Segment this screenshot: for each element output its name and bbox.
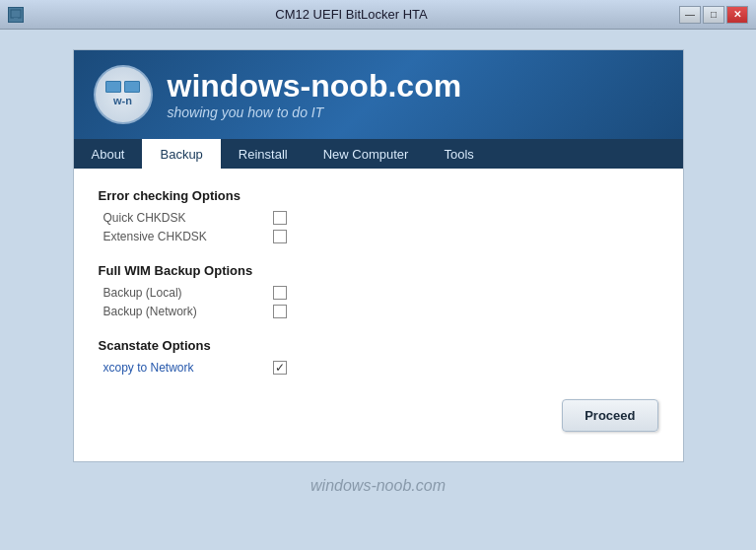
extensive-chkdsk-row: Extensive CHKDSK (99, 230, 658, 243)
logo-text: w-n (113, 95, 132, 106)
xcopy-network-row: xcopy to Network (99, 361, 658, 375)
backup-local-checkbox-container (273, 286, 287, 300)
backup-network-checkbox[interactable] (273, 305, 287, 318)
window-title: CM12 UEFI BitLocker HTA (24, 7, 679, 22)
tab-new-computer[interactable]: New Computer (306, 139, 427, 169)
banner: w-n windows-noob.com showing you how to … (74, 50, 683, 139)
xcopy-network-checkbox-container (273, 361, 287, 375)
tab-reinstall[interactable]: Reinstall (221, 139, 306, 169)
backup-local-checkbox[interactable] (273, 286, 287, 300)
banner-subtitle: showing you how to do IT (168, 104, 462, 120)
minimize-button[interactable]: — (679, 6, 701, 24)
site-name: windows-noob.com (168, 69, 462, 103)
main-panel: w-n windows-noob.com showing you how to … (73, 49, 684, 462)
quick-chkdsk-checkbox-container (273, 211, 287, 225)
quick-chkdsk-checkbox[interactable] (273, 211, 287, 225)
error-checking-section: Error checking Options Quick CHKDSK Exte… (99, 188, 658, 243)
quick-chkdsk-label: Quick CHKDSK (103, 211, 261, 225)
logo: w-n (105, 81, 140, 107)
maximize-button[interactable]: □ (703, 6, 724, 24)
content-area: Error checking Options Quick CHKDSK Exte… (74, 169, 683, 461)
proceed-button[interactable]: Proceed (562, 399, 657, 432)
button-row: Proceed (99, 394, 658, 442)
window-body: w-n windows-noob.com showing you how to … (0, 30, 756, 550)
scanstate-section: Scanstate Options xcopy to Network (99, 338, 658, 375)
extensive-chkdsk-checkbox[interactable] (273, 230, 287, 243)
scanstate-title: Scanstate Options (99, 338, 658, 353)
backup-local-row: Backup (Local) (99, 286, 658, 300)
wim-backup-section: Full WIM Backup Options Backup (Local) B… (99, 263, 658, 318)
wim-backup-title: Full WIM Backup Options (99, 263, 658, 278)
title-bar: CM12 UEFI BitLocker HTA — □ ✕ (0, 0, 756, 30)
extensive-chkdsk-label: Extensive CHKDSK (103, 230, 261, 243)
app-icon (8, 7, 24, 23)
backup-network-row: Backup (Network) (99, 305, 658, 318)
svg-rect-1 (14, 18, 18, 20)
footer-watermark: windows-noob.com (310, 477, 446, 495)
logo-icons (105, 81, 140, 93)
extensive-chkdsk-checkbox-container (273, 230, 287, 243)
xcopy-network-label: xcopy to Network (103, 361, 261, 375)
tab-about[interactable]: About (74, 139, 143, 169)
banner-text: windows-noob.com showing you how to do I… (168, 69, 462, 119)
backup-network-label: Backup (Network) (103, 305, 261, 318)
window-controls: — □ ✕ (679, 6, 748, 24)
main-window: CM12 UEFI BitLocker HTA — □ ✕ w-n (0, 0, 756, 550)
tab-tools[interactable]: Tools (426, 139, 491, 169)
svg-rect-0 (11, 10, 21, 18)
logo-container: w-n (94, 65, 153, 124)
xcopy-network-checkbox[interactable] (273, 361, 287, 375)
close-button[interactable]: ✕ (726, 6, 748, 24)
quick-chkdsk-row: Quick CHKDSK (99, 211, 658, 225)
backup-network-checkbox-container (273, 305, 287, 318)
nav-bar: About Backup Reinstall New Computer Tool… (74, 139, 683, 169)
backup-local-label: Backup (Local) (103, 286, 261, 300)
tab-backup[interactable]: Backup (142, 139, 220, 169)
error-checking-title: Error checking Options (99, 188, 658, 203)
